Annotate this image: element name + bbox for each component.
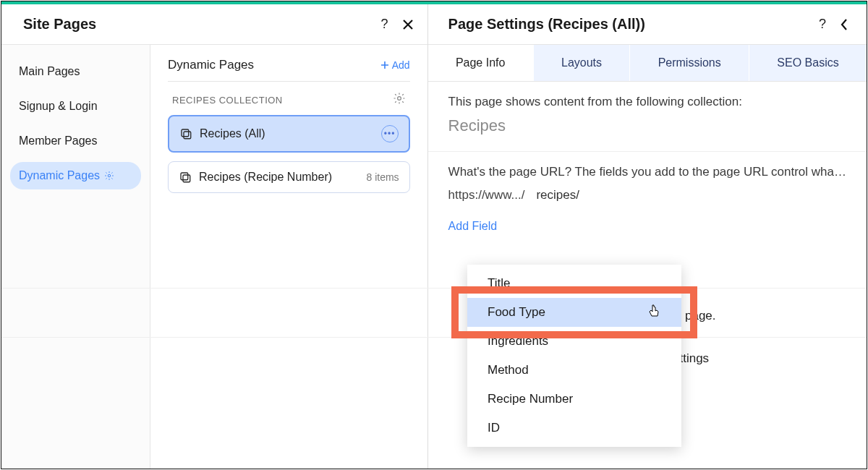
svg-rect-3: [184, 132, 191, 139]
back-icon[interactable]: [839, 18, 849, 31]
site-pages-title: Site Pages: [23, 16, 96, 33]
tab-layouts[interactable]: Layouts: [533, 45, 630, 81]
collection-info-line: This page shows content from the followi…: [448, 95, 846, 109]
dynamic-page-recipes-number[interactable]: Recipes (Recipe Number) 8 items: [168, 161, 410, 193]
sidebar: Main Pages Signup & Login Member Pages D…: [1, 45, 150, 469]
page-name: Recipes (Recipe Number): [199, 171, 359, 184]
tab-page-info[interactable]: Page Info: [428, 45, 533, 81]
tab-seo-basics[interactable]: SEO Basics: [749, 45, 867, 81]
divider: [1, 337, 867, 338]
close-icon[interactable]: [401, 18, 414, 31]
sidebar-item-main-pages[interactable]: Main Pages: [10, 58, 141, 85]
field-option-method[interactable]: Method: [467, 356, 681, 385]
sidebar-item-member-pages[interactable]: Member Pages: [10, 127, 141, 155]
sidebar-item-label: Signup & Login: [19, 100, 98, 113]
sidebar-item-label: Dynamic Pages: [19, 169, 100, 182]
divider: [1, 288, 867, 289]
field-option-label: Food Type: [488, 305, 545, 319]
settings-tabs: Page Info Layouts Permissions SEO Basics: [428, 45, 867, 82]
dynamic-page-recipes-all[interactable]: Recipes (All) •••: [168, 115, 410, 153]
site-pages-panel: Site Pages ? Main Pages Signup & Login: [1, 4, 428, 469]
field-option-id[interactable]: ID: [467, 414, 681, 443]
sidebar-item-label: Main Pages: [19, 65, 80, 78]
url-prompt: What's the page URL? The fields you add …: [448, 165, 846, 179]
field-option-title[interactable]: Title: [467, 269, 681, 298]
page-actions-button[interactable]: •••: [381, 125, 399, 142]
svg-rect-5: [183, 175, 190, 182]
svg-point-0: [108, 174, 111, 177]
add-field-link[interactable]: Add Field: [448, 220, 498, 233]
field-option-recipe-number[interactable]: Recipe Number: [467, 385, 681, 414]
sidebar-item-dynamic-pages[interactable]: Dynamic Pages: [10, 162, 141, 189]
plus-icon: [380, 61, 389, 69]
page-settings-title: Page Settings (Recipes (All)): [448, 16, 645, 33]
collection-label: RECIPES COLLECTION: [172, 95, 283, 106]
cursor-pointer-icon: [648, 304, 661, 321]
svg-rect-2: [182, 129, 189, 137]
sidebar-item-label: Member Pages: [19, 134, 98, 148]
collection-name: Recipes: [448, 116, 846, 135]
url-path[interactable]: recipes/: [536, 188, 579, 202]
add-field-dropdown: Title Food Type Ingredients Method Recip…: [467, 265, 681, 447]
sidebar-item-signup-login[interactable]: Signup & Login: [10, 93, 141, 120]
dynamic-pages-column: Dynamic Pages Add RECIPES COLLECTION: [150, 45, 427, 469]
help-icon[interactable]: ?: [381, 17, 388, 32]
pages-icon: [179, 171, 192, 184]
add-label: Add: [392, 59, 410, 71]
field-option-food-type[interactable]: Food Type: [467, 298, 681, 327]
svg-rect-4: [181, 173, 188, 180]
dynamic-pages-heading: Dynamic Pages: [168, 58, 254, 72]
field-option-ingredients[interactable]: Ingredients: [467, 327, 681, 356]
page-item-count: 8 items: [366, 171, 399, 183]
help-icon[interactable]: ?: [819, 17, 826, 32]
add-dynamic-page-button[interactable]: Add: [380, 59, 410, 71]
url-prefix: https://www.../: [448, 188, 525, 202]
gear-icon: [104, 171, 114, 181]
page-name: Recipes (All): [200, 127, 374, 140]
pages-icon: [179, 127, 192, 140]
tab-permissions[interactable]: Permissions: [629, 45, 749, 81]
gear-icon: [393, 92, 406, 105]
collection-settings-button[interactable]: [393, 92, 406, 108]
svg-point-1: [397, 97, 401, 101]
